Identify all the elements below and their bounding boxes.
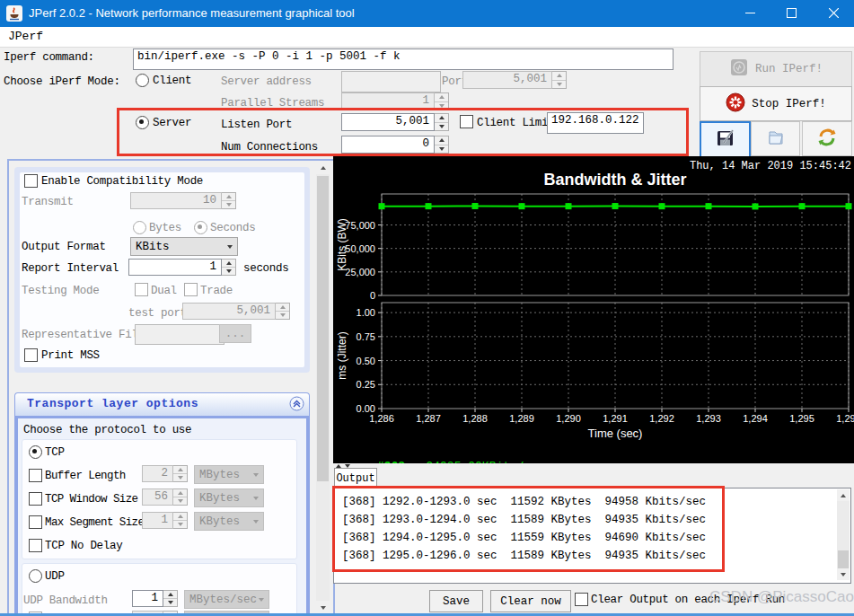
scroll-up-arrow[interactable] — [316, 161, 330, 174]
svg-text:1,295: 1,295 — [789, 413, 814, 424]
buffer-length-unit-combo: MBytes — [194, 465, 264, 484]
client-limit-label[interactable]: Client Limit — [477, 117, 554, 129]
tcp-radio-label[interactable]: TCP — [45, 446, 65, 459]
menu-jperf[interactable]: JPerf — [8, 30, 43, 43]
udp-radio-label[interactable]: UDP — [45, 570, 65, 583]
scroll-up-arrow[interactable] — [837, 489, 850, 501]
bytes-radio — [133, 221, 146, 234]
tcp-no-delay-label[interactable]: TCP No Delay — [45, 540, 122, 552]
output-line: [368] 1293.0-1294.0 sec 11589 KBytes 949… — [334, 511, 836, 529]
output-line: [368] 1295.0-1296.0 sec 11589 KBytes 949… — [334, 547, 836, 565]
maximize-button[interactable] — [770, 0, 812, 27]
output-scrollbar-thumb[interactable] — [838, 550, 849, 568]
client-limit-checkbox[interactable] — [460, 115, 473, 128]
output-line: [368] 1292.0-1293.0 sec 11592 KBytes 949… — [334, 493, 836, 511]
menu-bar: JPerf — [0, 27, 854, 48]
scroll-down-arrow[interactable] — [837, 568, 850, 580]
refresh-button[interactable] — [802, 121, 852, 156]
compatibility-mode-checkbox[interactable] — [24, 174, 38, 188]
chevron-down-icon — [253, 497, 259, 500]
tcp-window-size-checkbox[interactable] — [29, 492, 42, 506]
trade-checkbox — [184, 283, 198, 296]
client-radio[interactable] — [136, 74, 149, 87]
dual-label: Dual — [151, 285, 177, 297]
udp-bandwidth-spinner[interactable]: 1 — [132, 590, 178, 607]
buffer-length-label[interactable]: Buffer Length — [45, 470, 126, 482]
watermark: CSDN @PicassoCao — [709, 588, 854, 606]
svg-text:75,000: 75,000 — [345, 220, 375, 231]
svg-text:1,290: 1,290 — [556, 413, 581, 424]
client-radio-label[interactable]: Client — [153, 75, 191, 87]
spin-buttons — [552, 71, 567, 89]
num-connections-label: Num Connections — [221, 141, 318, 154]
stop-iperf-button[interactable]: Stop IPerf! — [700, 86, 852, 121]
output-format-combo[interactable]: KBits — [130, 237, 238, 256]
spin-buttons — [173, 465, 188, 482]
svg-text:1,287: 1,287 — [416, 413, 441, 424]
open-file-icon — [765, 127, 787, 152]
print-mss-checkbox[interactable] — [24, 348, 38, 362]
output-tabstrip: Output — [333, 468, 854, 488]
listen-port-spinner[interactable]: 5,001 — [341, 113, 449, 131]
options-viewport: Enable Compatibility Mode Transmit 10 By… — [9, 161, 316, 614]
spin-buttons[interactable] — [435, 136, 449, 154]
iperf-command-field[interactable]: bin/iperf.exe -s -P 0 -i 1 -p 5001 -f k — [133, 48, 674, 70]
udp-bandwidth-unit-combo: MBytes/sec — [184, 590, 269, 609]
output-console[interactable]: [368] 1292.0-1293.0 sec 11592 KBytes 949… — [333, 488, 851, 584]
svg-text:1,291: 1,291 — [603, 413, 628, 424]
max-segment-size-label[interactable]: Max Segment Size — [45, 516, 144, 529]
minimize-icon — [745, 7, 755, 21]
save-output-button[interactable]: Save — [429, 590, 483, 612]
representative-file-field — [135, 324, 225, 345]
tcp-window-size-label[interactable]: TCP Window Size — [45, 493, 138, 506]
client-limit-field[interactable]: 192.168.0.122 — [547, 112, 644, 134]
collapse-icon[interactable] — [289, 396, 304, 415]
minimize-button[interactable] — [729, 0, 770, 27]
svg-text:ms (Jitter): ms (Jitter) — [336, 331, 348, 379]
spin-buttons[interactable] — [222, 259, 236, 276]
tab-output[interactable]: Output — [334, 468, 377, 488]
load-config-button[interactable] — [751, 121, 800, 156]
spin-buttons — [435, 92, 449, 110]
spin-buttons[interactable] — [435, 113, 449, 131]
report-interval-spinner[interactable]: 1 — [128, 259, 236, 276]
save-icon — [715, 128, 736, 153]
application-options-panel: Enable Compatibility Mode Transmit 10 By… — [14, 167, 310, 373]
max-segment-size-checkbox[interactable] — [29, 515, 42, 529]
num-connections-spinner[interactable]: 0 — [341, 136, 449, 154]
tcp-no-delay-checkbox[interactable] — [29, 539, 42, 552]
server-radio-label[interactable]: Server — [153, 117, 191, 129]
server-radio[interactable] — [136, 116, 149, 129]
run-iperf-button[interactable]: Run IPerf! — [700, 51, 852, 87]
options-scrollbar-thumb[interactable] — [317, 176, 329, 481]
spin-buttons[interactable] — [163, 590, 178, 607]
close-button[interactable] — [813, 0, 854, 27]
maximize-icon — [787, 7, 797, 21]
output-scrollbar[interactable] — [837, 489, 850, 580]
spin-buttons — [276, 303, 290, 320]
tcp-radio[interactable] — [29, 445, 42, 459]
svg-text:0.25: 0.25 — [357, 379, 375, 390]
svg-text:1,292: 1,292 — [649, 413, 674, 424]
compatibility-mode-label[interactable]: Enable Compatibility Mode — [41, 175, 203, 188]
buffer-length-checkbox[interactable] — [29, 469, 42, 482]
server-address-label: Server address — [221, 75, 312, 88]
svg-text:1,286: 1,286 — [369, 413, 394, 424]
close-icon — [829, 7, 839, 21]
options-scrollbar[interactable] — [316, 161, 330, 614]
representative-file-label: Representative File — [22, 329, 145, 341]
save-config-button[interactable] — [700, 121, 751, 158]
scroll-down-arrow[interactable] — [316, 601, 330, 614]
browse-button: ... — [219, 324, 251, 343]
clear-now-button[interactable]: Clear now — [490, 590, 571, 612]
run-button-label: Run IPerf! — [755, 63, 823, 75]
print-mss-label[interactable]: Print MSS — [41, 349, 100, 362]
clear-on-run-checkbox[interactable] — [575, 593, 588, 606]
svg-text:1,289: 1,289 — [509, 413, 534, 424]
udp-radio[interactable] — [29, 569, 42, 583]
max-segment-size-spinner: 1 — [142, 512, 188, 529]
bytes-label: Bytes — [149, 222, 181, 234]
test-port-spinner: 5,001 — [182, 303, 290, 320]
stop-icon — [726, 92, 745, 116]
listen-port-label: Listen Port — [221, 119, 292, 131]
